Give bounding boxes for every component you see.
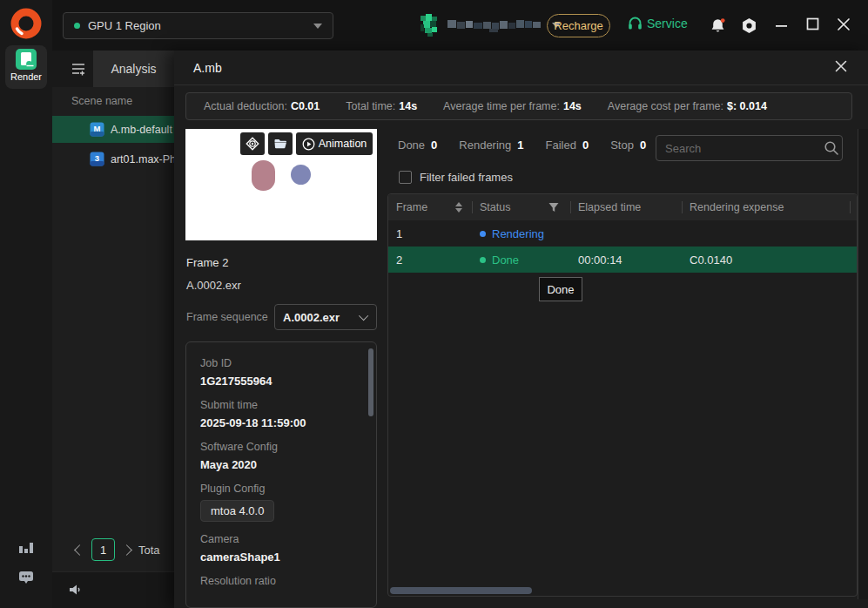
announcement-speaker-icon[interactable] [67, 581, 84, 598]
stat-total-time: Total time:14s [346, 100, 417, 112]
frame-file-name: A.0002.exr [186, 279, 241, 292]
scene-list-header: Scene name [71, 95, 132, 107]
sort-icon[interactable] [455, 202, 462, 213]
detail-job-id: Job ID 1G217555964 [200, 357, 362, 388]
recharge-button[interactable]: Recharge [547, 14, 610, 37]
scene-item-max[interactable]: 3 art01.max-Ph [52, 145, 174, 172]
filter-failed-frames[interactable]: Filter failed frames [399, 171, 513, 184]
page-total-label: Tota [138, 544, 160, 557]
page-number[interactable]: 1 [91, 538, 115, 561]
search-input[interactable] [656, 142, 824, 155]
open-folder-button[interactable] [268, 132, 293, 155]
scene-item-maya[interactable]: M A.mb-default [52, 116, 174, 143]
job-details-card: Job ID 1G217555964 Submit time 2025-09-1… [185, 341, 377, 608]
table-row[interactable]: 2 Done 00:00:14 C0.0140 [388, 247, 857, 273]
column-status: Status [472, 194, 570, 220]
app-rail: Render [0, 0, 52, 608]
filter-funnel-icon[interactable] [548, 202, 559, 213]
search-icon[interactable] [824, 140, 839, 156]
region-status-dot [74, 23, 80, 29]
vertical-scrollbar-gutter[interactable] [858, 129, 868, 599]
topbar: GPU 1 Region Recharge [52, 0, 868, 51]
animation-button-label: Animation [319, 138, 367, 150]
details-scrollbar[interactable] [368, 348, 373, 416]
app-window: Render GPU 1 Region [0, 0, 868, 608]
minimize-button[interactable] [776, 20, 792, 37]
headset-icon [628, 16, 643, 30]
render-icon [15, 48, 37, 71]
detail-camera: Camera cameraShape1 [200, 533, 362, 564]
play-circle-icon [302, 138, 315, 151]
filter-label: Filter failed frames [420, 171, 513, 184]
tab-done[interactable]: Done0 [398, 138, 437, 152]
service-button[interactable]: Service [628, 16, 688, 30]
status-done: Done [472, 247, 570, 273]
avatar [421, 14, 443, 37]
prev-page-icon[interactable] [74, 544, 85, 556]
panel-header: A.mb [174, 51, 868, 85]
job-detail-panel: A.mb Actual deduction:C0.01 Total time:1… [174, 51, 868, 608]
scene-sidebar: Analysis Scene name M A.mb-default 3 art… [52, 51, 174, 608]
frame-search [656, 135, 843, 161]
sidebar-tab-strip: Analysis [52, 51, 174, 87]
filter-checkbox[interactable] [399, 171, 412, 184]
render-label: Render [5, 71, 47, 82]
done-dot [480, 257, 486, 263]
app-logo-icon[interactable] [10, 7, 43, 40]
region-selector-value: GPU 1 Region [88, 19, 161, 32]
detail-submit-time: Submit time 2025-09-18 11:59:00 [200, 399, 362, 429]
status-rendering: Rendering [472, 220, 570, 247]
stat-avg-time: Average time per frame:14s [443, 100, 582, 112]
tab-stop[interactable]: Stop0 [610, 138, 646, 152]
max-file-icon: 3 [90, 152, 104, 166]
region-selector[interactable]: GPU 1 Region [63, 12, 333, 39]
tab-failed[interactable]: Failed0 [546, 138, 589, 152]
frames-table: Frame Status Elapsed time Rendering expe… [387, 193, 858, 597]
chevron-down-icon [313, 24, 322, 29]
tab-rendering[interactable]: Rendering1 [459, 138, 523, 152]
close-window-button[interactable] [837, 17, 853, 34]
sidebar-footer [52, 571, 174, 608]
user-name-censored [447, 17, 545, 33]
scene-filter-icon[interactable] [70, 60, 87, 78]
column-elapsed: Elapsed time [570, 194, 682, 220]
usage-chart-icon[interactable] [17, 538, 35, 556]
locate-frame-button[interactable] [240, 132, 265, 155]
panel-title: A.mb [193, 61, 222, 75]
preview-shape-sphere [291, 165, 311, 185]
frame-number-label: Frame 2 [186, 256, 228, 269]
table-header: Frame Status Elapsed time Rendering expe… [388, 194, 857, 220]
column-expense: Rendering expense [682, 194, 850, 220]
svg-text:3: 3 [95, 153, 99, 163]
rendering-dot [480, 231, 486, 237]
job-stats-bar: Actual deduction:C0.01 Total time:14s Av… [185, 92, 852, 120]
frame-preview[interactable]: Animation [185, 129, 377, 240]
locate-icon [246, 137, 259, 151]
maximize-button[interactable] [806, 17, 823, 34]
scene-item-label: A.mb-default [111, 124, 172, 136]
nav-render[interactable]: Render [5, 45, 47, 89]
detail-software: Software Config Maya 2020 [200, 441, 362, 471]
folder-icon [273, 137, 287, 151]
table-row[interactable]: 1 Rendering [388, 220, 857, 247]
detail-resolution: Resolution ratio [200, 575, 362, 587]
frame-sequence-value: A.0002.exr [283, 311, 340, 324]
next-page-icon[interactable] [121, 544, 132, 556]
notification-bell-icon[interactable] [710, 17, 726, 34]
horizontal-scrollbar[interactable] [390, 587, 532, 594]
service-label: Service [647, 17, 688, 30]
settings-gear-icon[interactable] [741, 17, 757, 34]
plugin-chip: mtoa 4.0.0 [200, 500, 274, 522]
frame-sequence-label: Frame sequence [186, 311, 268, 323]
user-account[interactable] [421, 13, 561, 37]
maya-file-icon: M [90, 122, 104, 137]
scene-item-label: art01.max-Ph [111, 153, 176, 166]
stat-deduction: Actual deduction:C0.01 [204, 100, 320, 112]
svg-text:M: M [94, 124, 101, 133]
tab-analysis[interactable]: Analysis [93, 51, 174, 87]
column-frame: Frame [388, 194, 472, 220]
animation-button[interactable]: Animation [296, 132, 373, 155]
frame-sequence-select[interactable]: A.0002.exr [274, 304, 377, 330]
feedback-icon[interactable] [17, 568, 35, 585]
close-panel-icon[interactable] [834, 59, 851, 77]
